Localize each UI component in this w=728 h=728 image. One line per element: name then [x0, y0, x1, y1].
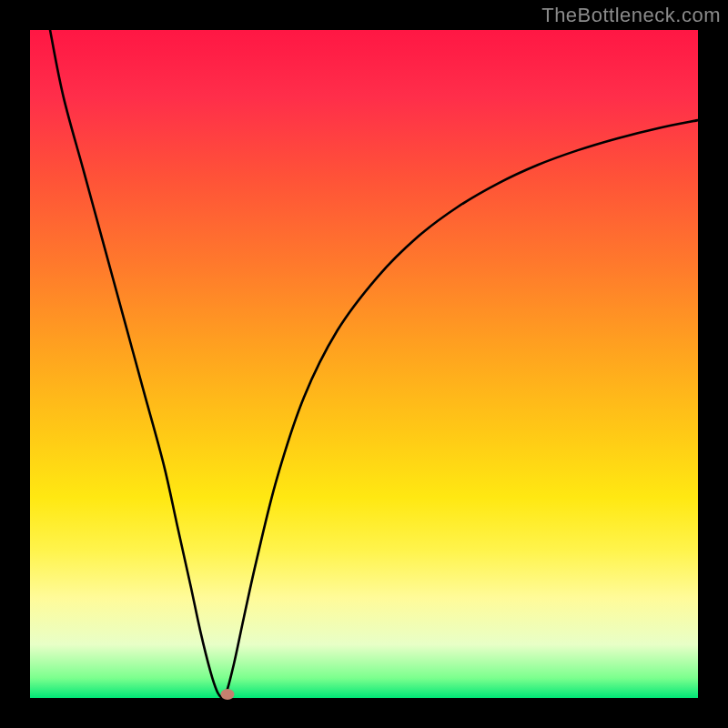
bottleneck-curve [50, 30, 698, 698]
curve-svg [30, 30, 698, 698]
watermark-text: TheBottleneck.com [541, 4, 721, 27]
optimum-marker [220, 689, 234, 700]
plot-area [30, 30, 698, 698]
